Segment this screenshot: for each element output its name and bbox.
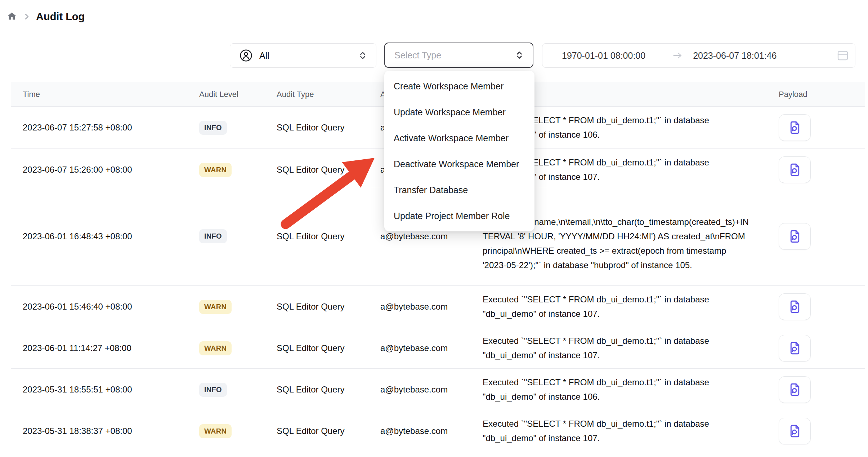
payload-cell bbox=[764, 376, 865, 403]
table-row: 2023-05-31 18:55:51 +08:00 INFO SQL Edit… bbox=[11, 369, 865, 410]
type-dropdown-menu: Create Workspace MemberUpdate Workspace … bbox=[384, 71, 534, 231]
audit-type-cell: SQL Editor Query bbox=[277, 231, 380, 241]
audit-type-cell: SQL Editor Query bbox=[277, 123, 380, 133]
payload-view-button[interactable] bbox=[779, 223, 811, 250]
audit-type-cell: SQL Editor Query bbox=[277, 302, 380, 312]
level-cell: WARN bbox=[199, 424, 277, 438]
table-row: 2023-05-31 18:38:37 +08:00 WARN SQL Edit… bbox=[11, 410, 865, 451]
actor-filter-value: All bbox=[259, 50, 269, 61]
file-search-icon bbox=[787, 229, 802, 244]
column-header-time: Time bbox=[23, 90, 199, 99]
payload-view-button[interactable] bbox=[779, 335, 811, 361]
breadcrumb: Audit Log bbox=[6, 9, 85, 24]
audit-type-cell: SQL Editor Query bbox=[277, 343, 380, 353]
level-cell: WARN bbox=[199, 163, 277, 177]
file-search-icon bbox=[787, 162, 802, 177]
type-option[interactable]: Update Project Member Role bbox=[384, 203, 534, 229]
comment-cell: Executed `"SELECT * FROM db_ui_demo.t1;"… bbox=[483, 369, 764, 411]
audit-level-badge: INFO bbox=[199, 383, 227, 397]
actor-cell: a@bytebase.com bbox=[380, 343, 483, 353]
level-cell: INFO bbox=[199, 229, 277, 243]
file-search-icon bbox=[787, 423, 802, 439]
page-title: Audit Log bbox=[36, 11, 85, 23]
actor-cell: a@bytebase.com bbox=[380, 385, 483, 395]
payload-view-button[interactable] bbox=[779, 114, 811, 141]
audit-level-badge: INFO bbox=[199, 229, 227, 243]
file-search-icon bbox=[787, 382, 802, 397]
column-header-audit-level: Audit Level bbox=[199, 90, 277, 99]
home-icon[interactable] bbox=[6, 11, 17, 22]
time-cell: 2023-05-31 18:38:37 +08:00 bbox=[23, 426, 199, 436]
payload-cell bbox=[764, 418, 865, 444]
actor-cell: a@bytebase.com bbox=[380, 231, 483, 241]
type-option[interactable]: Deactivate Workspace Member bbox=[384, 151, 534, 177]
payload-cell bbox=[764, 114, 865, 141]
date-range-picker[interactable]: 1970-01-01 08:00:00 2023-06-07 18:01:46 bbox=[542, 43, 855, 68]
type-option[interactable]: Update Workspace Member bbox=[384, 99, 534, 125]
audit-level-badge: WARN bbox=[199, 163, 232, 177]
type-option[interactable]: Transfer Database bbox=[384, 177, 534, 203]
payload-cell bbox=[764, 156, 865, 183]
type-option[interactable]: Activate Workspace Member bbox=[384, 125, 534, 151]
comment-cell: Executed `"SELECT * FROM db_ui_demo.t1;"… bbox=[483, 327, 764, 369]
calendar-icon bbox=[836, 49, 849, 62]
time-cell: 2023-05-31 18:55:51 +08:00 bbox=[23, 385, 199, 395]
time-cell: 2023-06-01 16:48:43 +08:00 bbox=[23, 231, 199, 241]
type-filter-select[interactable]: Select Type bbox=[384, 43, 533, 68]
file-search-icon bbox=[787, 341, 802, 356]
time-cell: 2023-06-01 11:14:27 +08:00 bbox=[23, 343, 199, 353]
audit-type-cell: SQL Editor Query bbox=[277, 385, 380, 395]
audit-type-cell: SQL Editor Query bbox=[277, 426, 380, 436]
arrow-right-icon bbox=[672, 50, 683, 61]
audit-level-badge: INFO bbox=[199, 121, 227, 135]
audit-level-badge: WARN bbox=[199, 341, 232, 355]
payload-view-button[interactable] bbox=[779, 418, 811, 444]
breadcrumb-chevron-icon bbox=[23, 13, 31, 21]
payload-cell bbox=[764, 293, 865, 320]
file-search-icon bbox=[787, 120, 802, 135]
comment-cell: Executed `"SELECT * FROM db_ui_demo.t1;"… bbox=[483, 286, 764, 328]
time-cell: 2023-06-07 15:27:58 +08:00 bbox=[23, 123, 199, 133]
level-cell: WARN bbox=[199, 300, 277, 314]
type-option[interactable]: Create Workspace Member bbox=[384, 73, 534, 99]
type-filter-placeholder: Select Type bbox=[394, 50, 441, 61]
date-range-end[interactable]: 2023-06-07 18:01:46 bbox=[693, 50, 777, 61]
level-cell: WARN bbox=[199, 341, 277, 355]
column-header-payload: Payload bbox=[764, 90, 865, 99]
actor-cell: a@bytebase.com bbox=[380, 302, 483, 312]
table-row: 2023-06-01 11:14:27 +08:00 WARN SQL Edit… bbox=[11, 327, 865, 369]
time-cell: 2023-06-07 15:26:00 +08:00 bbox=[23, 165, 199, 175]
payload-view-button[interactable] bbox=[779, 156, 811, 183]
comment-cell: Executed `"SELECT * FROM db_ui_demo.t1;"… bbox=[483, 410, 764, 452]
audit-type-cell: SQL Editor Query bbox=[277, 165, 380, 175]
audit-level-badge: WARN bbox=[199, 300, 232, 314]
table-row: 2023-06-01 15:46:40 +08:00 WARN SQL Edit… bbox=[11, 286, 865, 327]
time-cell: 2023-06-01 15:46:40 +08:00 bbox=[23, 302, 199, 312]
date-range-start[interactable]: 1970-01-01 08:00:00 bbox=[562, 50, 645, 61]
column-header-audit-type: Audit Type bbox=[277, 90, 380, 99]
payload-cell bbox=[764, 335, 865, 361]
level-cell: INFO bbox=[199, 383, 277, 397]
file-search-icon bbox=[787, 299, 802, 314]
payload-view-button[interactable] bbox=[779, 376, 811, 403]
actor-filter-select[interactable]: All bbox=[230, 43, 376, 68]
chevron-updown-icon bbox=[357, 50, 368, 61]
actor-cell: a@bytebase.com bbox=[380, 426, 483, 436]
audit-level-badge: WARN bbox=[199, 424, 232, 438]
chevron-updown-icon bbox=[514, 50, 525, 61]
level-cell: INFO bbox=[199, 121, 277, 135]
user-circle-icon bbox=[239, 48, 253, 63]
payload-cell bbox=[764, 223, 865, 250]
payload-view-button[interactable] bbox=[779, 293, 811, 320]
